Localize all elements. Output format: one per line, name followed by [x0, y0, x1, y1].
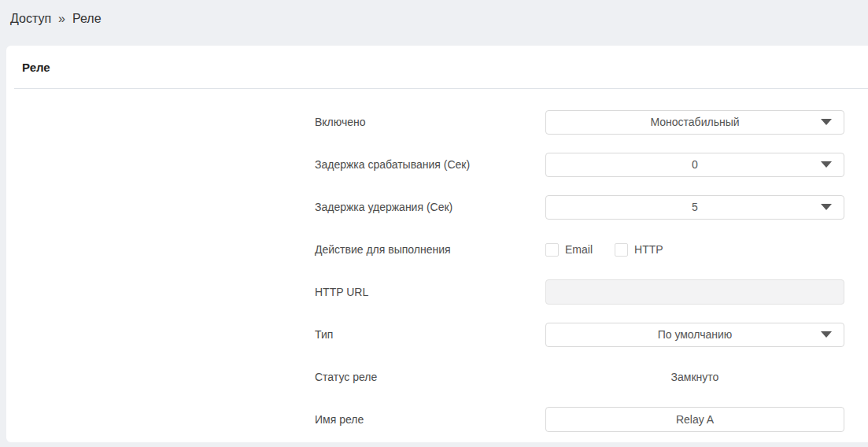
panel-title: Реле — [6, 46, 868, 73]
relay-status-value: Замкнуто — [545, 371, 844, 383]
field-label: Включено — [315, 116, 545, 128]
relay-form: Включено Моностабильный Задержка срабаты… — [6, 101, 868, 441]
hold-delay-select[interactable]: 5 — [545, 195, 844, 220]
enabled-select[interactable]: Моностабильный — [545, 110, 844, 135]
action-http-option: HTTP — [615, 243, 663, 257]
form-row-trigger-delay: Задержка срабатывания (Сек) 0 — [6, 143, 868, 186]
action-checkbox-group: Email HTTP — [545, 243, 844, 257]
relay-name-input[interactable] — [545, 407, 844, 432]
relay-panel: Реле Включено Моностабильный Задержка ср… — [6, 46, 868, 442]
action-email-option: Email — [545, 243, 593, 257]
field-label: HTTP URL — [315, 286, 545, 298]
form-row-type: Тип По умолчанию — [6, 313, 868, 356]
action-email-label: Email — [565, 243, 593, 256]
chevron-down-icon — [821, 331, 832, 338]
enabled-select-value: Моностабильный — [650, 116, 739, 128]
trigger-delay-select[interactable]: 0 — [545, 153, 844, 177]
form-row-relay-name: Имя реле — [6, 398, 868, 441]
field-label: Задержка удержания (Сек) — [315, 201, 545, 213]
form-row-relay-status: Статус реле Замкнуто — [6, 356, 868, 398]
chevron-down-icon — [821, 204, 832, 210]
field-label: Имя реле — [315, 413, 545, 426]
type-select[interactable]: По умолчанию — [545, 323, 844, 347]
field-label: Задержка срабатывания (Сек) — [315, 158, 545, 171]
breadcrumb-separator: » — [58, 12, 65, 26]
chevron-down-icon — [821, 119, 832, 125]
form-row-action: Действие для выполнения Email HTTP — [6, 228, 868, 271]
type-select-value: По умолчанию — [658, 328, 733, 341]
action-http-label: HTTP — [634, 243, 663, 256]
form-row-enabled: Включено Моностабильный — [6, 101, 868, 143]
chevron-down-icon — [821, 161, 832, 168]
breadcrumb-section[interactable]: Доступ — [10, 12, 51, 26]
action-email-checkbox[interactable] — [545, 243, 559, 257]
breadcrumb-current: Реле — [72, 12, 102, 26]
field-label: Действие для выполнения — [315, 243, 545, 256]
form-row-http-url: HTTP URL — [6, 271, 868, 313]
action-http-checkbox[interactable] — [615, 243, 628, 257]
breadcrumb: Доступ » Реле — [0, 0, 868, 45]
panel-title-divider — [14, 88, 868, 89]
http-url-input — [545, 279, 844, 305]
hold-delay-select-value: 5 — [692, 201, 698, 213]
field-label: Статус реле — [315, 371, 545, 383]
field-label: Тип — [315, 328, 545, 341]
form-row-hold-delay: Задержка удержания (Сек) 5 — [6, 186, 868, 228]
trigger-delay-select-value: 0 — [692, 158, 698, 171]
